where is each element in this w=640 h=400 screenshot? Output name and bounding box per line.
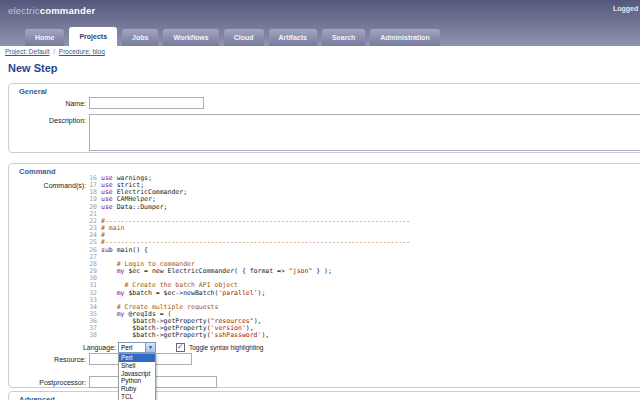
- tab-artifacts[interactable]: Artifacts: [269, 29, 317, 46]
- language-select-value: Perl: [121, 344, 133, 351]
- name-label: Name:: [9, 100, 86, 107]
- description-textarea[interactable]: [89, 114, 640, 151]
- description-label: Description:: [9, 117, 86, 124]
- language-option-shell[interactable]: Shell: [119, 362, 155, 370]
- logged-in-status: Logged: [613, 5, 638, 12]
- tab-administration[interactable]: Administration: [370, 29, 439, 46]
- code-line: 22#-------------------------------------…: [89, 218, 640, 225]
- name-input[interactable]: [89, 97, 204, 109]
- command-section: Command Command(s): 16use warnings;17use…: [8, 163, 640, 388]
- code-text: $batch->getProperty('sshPassword'),: [101, 332, 269, 339]
- toggle-syntax-label: Toggle syntax highlighting: [189, 344, 263, 351]
- advanced-section: Advanced: [8, 391, 640, 400]
- main-nav-tabs: HomeProjectsJobsWorkflowsCloudArtifactsS…: [25, 27, 440, 46]
- breadcrumb: Project: Default / Procedure: blog: [5, 48, 105, 55]
- tab-cloud[interactable]: Cloud: [224, 29, 264, 46]
- tab-search[interactable]: Search: [322, 29, 365, 46]
- code-line: 20use Data::Dumper;: [89, 204, 640, 211]
- code-line: 26sub main() {: [89, 247, 640, 254]
- code-line: 32 my $batch = $ec->newBatch('parallel')…: [89, 290, 640, 297]
- breadcrumb-link[interactable]: Procedure: blog: [59, 48, 105, 55]
- app-header: electriccommander Logged HomeProjectsJob…: [0, 0, 640, 46]
- line-number: 38: [89, 332, 101, 339]
- resource-label: Resource:: [9, 356, 86, 363]
- advanced-section-title: Advanced: [19, 395, 55, 400]
- code-line: 29 my $ec = new ElectricCommander( { for…: [89, 268, 640, 275]
- language-option-tcl[interactable]: TCL: [119, 393, 155, 400]
- syntax-highlight-checkbox[interactable]: ✓: [176, 343, 185, 352]
- language-select[interactable]: Perl ▼: [118, 342, 156, 353]
- logo-commander: commander: [40, 5, 96, 16]
- language-dropdown-list: PerlShellJavascriptPythonRubyTCL: [118, 353, 156, 400]
- code-text: sub main() {: [101, 247, 148, 254]
- language-label: Language:: [9, 344, 116, 351]
- command-section-title: Command: [19, 167, 56, 176]
- tab-home[interactable]: Home: [25, 29, 64, 46]
- app-logo: electriccommander: [8, 5, 95, 16]
- language-option-perl[interactable]: Perl: [119, 354, 155, 362]
- breadcrumb-separator: /: [49, 48, 58, 55]
- page-title: New Step: [8, 62, 58, 74]
- code-line: 25#-------------------------------------…: [89, 239, 640, 246]
- commands-label: Command(s):: [9, 182, 86, 189]
- code-text: my $ec = new ElectricCommander( { format…: [101, 268, 332, 275]
- breadcrumb-link[interactable]: Project: Default: [5, 48, 49, 55]
- code-line: 19use CAMHelper;: [89, 196, 640, 203]
- tab-jobs[interactable]: Jobs: [122, 29, 158, 46]
- tab-workflows[interactable]: Workflows: [163, 29, 218, 46]
- code-line: 16use warnings;: [89, 175, 640, 182]
- tab-projects[interactable]: Projects: [69, 27, 117, 46]
- general-section-title: General: [19, 87, 47, 96]
- code-line: 38 $batch->getProperty('sshPassword'),: [89, 332, 640, 339]
- code-text: use Data::Dumper;: [101, 204, 168, 211]
- language-option-javascript[interactable]: Javascript: [119, 370, 155, 378]
- code-line: 23# main: [89, 225, 640, 232]
- postprocessor-label: Postprocessor:: [9, 379, 86, 386]
- language-option-ruby[interactable]: Ruby: [119, 385, 155, 393]
- logo-electric: electric: [8, 5, 40, 16]
- code-line: 18use ElectricCommander;: [89, 189, 640, 196]
- code-text: #---------------------------------------…: [101, 218, 410, 225]
- code-line: 34 # Create multiple requests: [89, 304, 640, 311]
- language-option-python[interactable]: Python: [119, 377, 155, 385]
- chevron-down-icon[interactable]: ▼: [145, 343, 155, 352]
- general-section: General Name: Description:: [8, 83, 640, 153]
- code-text: my $batch = $ec->newBatch('parallel');: [101, 290, 265, 297]
- command-code-editor[interactable]: 16use warnings;17use strict;18use Electr…: [89, 175, 640, 340]
- check-icon: ✓: [177, 342, 184, 351]
